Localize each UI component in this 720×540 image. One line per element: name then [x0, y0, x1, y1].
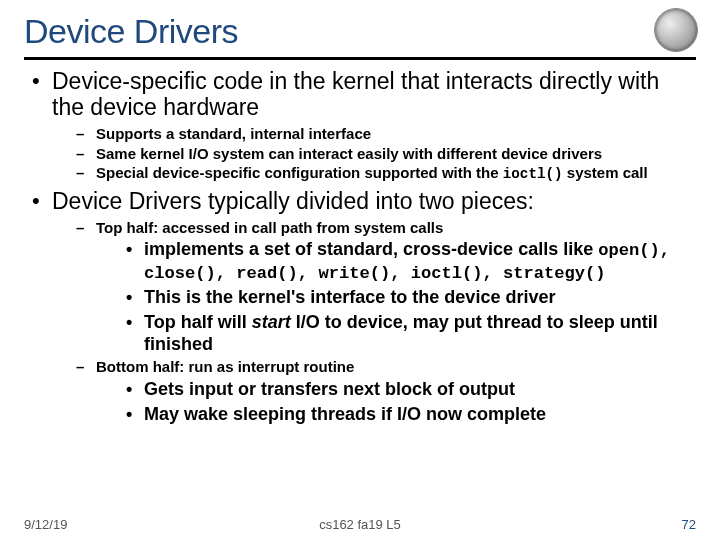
- slide-title: Device Drivers: [24, 12, 696, 51]
- bullet-1-text: Device-specific code in the kernel that …: [52, 68, 659, 120]
- bullet-1: Device-specific code in the kernel that …: [28, 68, 696, 184]
- bullet-1-2: Same kernel I/O system can interact easi…: [74, 145, 696, 164]
- bullet-2-2-1: Gets input or transfers next block of ou…: [124, 379, 696, 401]
- bullet-2-2-2: May wake sleeping threads if I/O now com…: [124, 404, 696, 426]
- footer-page-number: 72: [682, 517, 696, 532]
- ioctl-code: ioctl(): [503, 166, 563, 182]
- slide-footer: 9/12/19 cs162 fa19 L5 72: [0, 517, 720, 532]
- slide: Device Drivers Device-specific code in t…: [0, 0, 720, 540]
- content-list: Device-specific code in the kernel that …: [28, 68, 696, 425]
- footer-date: 9/12/19: [24, 517, 67, 532]
- bullet-2: Device Drivers typically divided into tw…: [28, 188, 696, 425]
- bullet-1-3: Special device-specific configuration su…: [74, 164, 696, 184]
- footer-course: cs162 fa19 L5: [319, 517, 401, 532]
- bullet-2-1-2: This is the kernel's interface to the de…: [124, 287, 696, 309]
- bullet-1-1: Supports a standard, internal interface: [74, 125, 696, 144]
- university-seal-icon: [654, 8, 698, 52]
- bullet-2-1-1: implements a set of standard, cross-devi…: [124, 239, 696, 284]
- title-divider: [24, 57, 696, 60]
- bullet-2-1: Top half: accessed in call path from sys…: [74, 219, 696, 356]
- start-emphasis: start: [252, 312, 291, 332]
- bullet-2-text: Device Drivers typically divided into tw…: [52, 188, 534, 214]
- bullet-2-2: Bottom half: run as interrupt routine Ge…: [74, 358, 696, 425]
- bullet-2-1-3: Top half will start I/O to device, may p…: [124, 312, 696, 355]
